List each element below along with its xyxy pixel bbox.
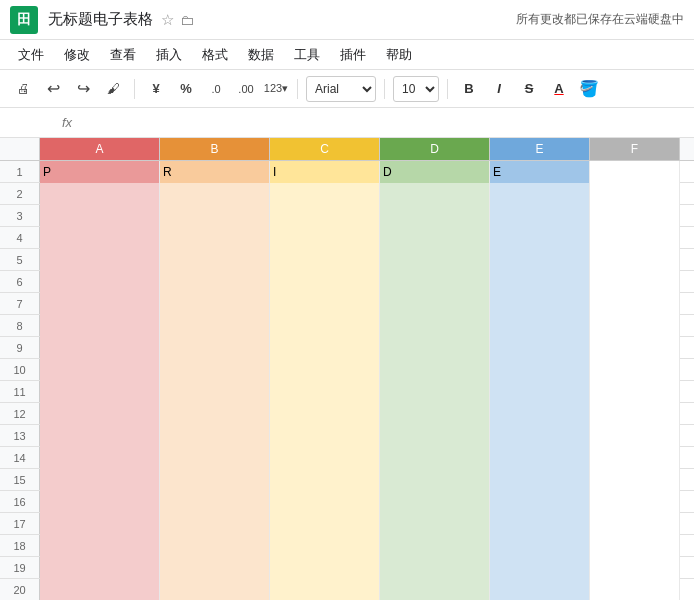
cell-d2[interactable] [380,183,490,205]
folder-icon[interactable]: 🗀 [180,12,194,28]
cell-b12[interactable] [160,403,270,425]
cell-d14[interactable] [380,447,490,469]
cell-e8[interactable] [490,315,590,337]
cell-d5[interactable] [380,249,490,271]
cell-d12[interactable] [380,403,490,425]
col-header-a[interactable]: A [40,138,160,160]
cell-e4[interactable] [490,227,590,249]
cell-c1[interactable]: I [270,161,380,183]
cell-e9[interactable] [490,337,590,359]
cell-b2[interactable] [160,183,270,205]
menu-format[interactable]: 格式 [194,43,236,67]
cell-c8[interactable] [270,315,380,337]
cell-c12[interactable] [270,403,380,425]
cell-d1[interactable]: D [380,161,490,183]
cell-f4[interactable] [590,227,680,249]
cell-f7[interactable] [590,293,680,315]
undo-button[interactable]: ↩ [40,76,66,102]
cell-f8[interactable] [590,315,680,337]
cell-a12[interactable] [40,403,160,425]
col-header-e[interactable]: E [490,138,590,160]
redo-button[interactable]: ↪ [70,76,96,102]
cell-b8[interactable] [160,315,270,337]
cell-b6[interactable] [160,271,270,293]
cell-d20[interactable] [380,579,490,600]
cell-c3[interactable] [270,205,380,227]
font-size-select[interactable]: 10 [393,76,439,102]
cell-d16[interactable] [380,491,490,513]
more-formats-button[interactable]: 123▾ [263,76,289,102]
cell-d6[interactable] [380,271,490,293]
cell-c19[interactable] [270,557,380,579]
cell-f15[interactable] [590,469,680,491]
cell-f17[interactable] [590,513,680,535]
cell-b16[interactable] [160,491,270,513]
cell-b10[interactable] [160,359,270,381]
menu-help[interactable]: 帮助 [378,43,420,67]
cell-d15[interactable] [380,469,490,491]
cell-f12[interactable] [590,403,680,425]
col-header-f[interactable]: F [590,138,680,160]
document-title[interactable]: 无标题电子表格 [48,10,153,29]
menu-addons[interactable]: 插件 [332,43,374,67]
cell-d17[interactable] [380,513,490,535]
currency-button[interactable]: ¥ [143,76,169,102]
star-icon[interactable]: ☆ [161,11,174,29]
cell-b13[interactable] [160,425,270,447]
cell-b18[interactable] [160,535,270,557]
cell-a17[interactable] [40,513,160,535]
cell-d10[interactable] [380,359,490,381]
cell-c4[interactable] [270,227,380,249]
cell-e2[interactable] [490,183,590,205]
cell-e15[interactable] [490,469,590,491]
strikethrough-button[interactable]: S [516,76,542,102]
cell-c13[interactable] [270,425,380,447]
cell-a15[interactable] [40,469,160,491]
cell-c17[interactable] [270,513,380,535]
cell-c18[interactable] [270,535,380,557]
cell-f13[interactable] [590,425,680,447]
cell-b4[interactable] [160,227,270,249]
cell-e16[interactable] [490,491,590,513]
formula-input[interactable] [78,115,688,130]
cell-c16[interactable] [270,491,380,513]
cell-c15[interactable] [270,469,380,491]
cell-a1[interactable]: P [40,161,160,183]
cell-b5[interactable] [160,249,270,271]
cell-a8[interactable] [40,315,160,337]
cell-a20[interactable] [40,579,160,600]
cell-e14[interactable] [490,447,590,469]
cell-e19[interactable] [490,557,590,579]
cell-b1[interactable]: R [160,161,270,183]
cell-f16[interactable] [590,491,680,513]
cell-e18[interactable] [490,535,590,557]
decimal-decrease-button[interactable]: .0 [203,76,229,102]
menu-file[interactable]: 文件 [10,43,52,67]
cell-f18[interactable] [590,535,680,557]
paint-format-button[interactable]: 🖌 [100,76,126,102]
cell-a11[interactable] [40,381,160,403]
cell-f3[interactable] [590,205,680,227]
font-name-select[interactable]: Arial [306,76,376,102]
cell-e12[interactable] [490,403,590,425]
cell-a5[interactable] [40,249,160,271]
cell-f11[interactable] [590,381,680,403]
cell-d4[interactable] [380,227,490,249]
cell-d11[interactable] [380,381,490,403]
cell-b14[interactable] [160,447,270,469]
cell-e10[interactable] [490,359,590,381]
cell-a10[interactable] [40,359,160,381]
cell-e11[interactable] [490,381,590,403]
cell-a16[interactable] [40,491,160,513]
cell-b17[interactable] [160,513,270,535]
cell-a7[interactable] [40,293,160,315]
cell-c10[interactable] [270,359,380,381]
italic-button[interactable]: I [486,76,512,102]
cell-d13[interactable] [380,425,490,447]
menu-edit[interactable]: 修改 [56,43,98,67]
cell-f9[interactable] [590,337,680,359]
cell-e20[interactable] [490,579,590,600]
cell-b20[interactable] [160,579,270,600]
cell-c6[interactable] [270,271,380,293]
cell-d19[interactable] [380,557,490,579]
